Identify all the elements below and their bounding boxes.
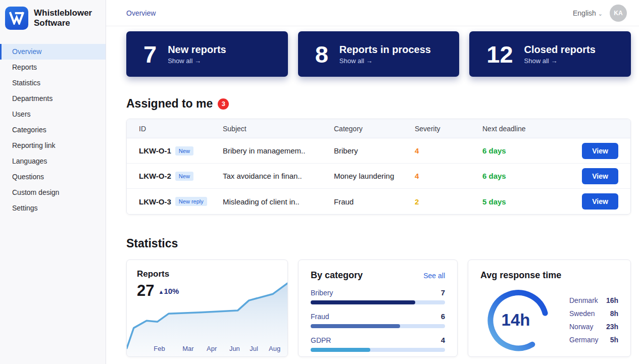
avatar[interactable]: KA	[610, 5, 627, 22]
x-axis-label: Jul	[250, 345, 258, 352]
statistics-cards-row: Reports 27 ▲10%	[126, 259, 631, 357]
legend-row: Norway 23h	[569, 320, 618, 333]
whistleblower-logo-icon	[5, 7, 28, 30]
brand-name: Whistleblower Software	[34, 8, 92, 28]
by-category-card: By category See all Bribery 7 Fraud 6	[298, 259, 458, 357]
severity-cell: 2	[415, 197, 482, 206]
sidebar: Whistleblower Software Overview Reports …	[0, 0, 106, 364]
sidebar-item-reporting-link[interactable]: Reporting link	[0, 138, 106, 153]
table-row: LKW-O-3 New reply Misleading of client i…	[127, 189, 630, 214]
header-severity: Severity	[415, 125, 482, 133]
reports-in-process-count: 8	[315, 42, 328, 66]
bar-fill	[311, 324, 400, 328]
bar-track	[311, 300, 445, 304]
bar-track	[311, 348, 445, 352]
report-id-cell: LKW-O-1 New	[139, 146, 223, 155]
hours-value: 23h	[606, 323, 618, 331]
category-cell: Money laundering	[334, 172, 415, 180]
sidebar-item-categories[interactable]: Categories	[0, 122, 106, 138]
severity-cell: 4	[415, 146, 482, 155]
closed-reports-count: 12	[486, 42, 513, 66]
assigned-count-badge: 3	[218, 98, 229, 110]
view-button[interactable]: View	[582, 193, 618, 210]
show-all-label: Show all	[524, 57, 549, 65]
sidebar-item-settings[interactable]: Settings	[0, 200, 106, 216]
closed-reports-card[interactable]: 12 Closed reports Show all →	[469, 31, 631, 77]
language-label: English	[573, 9, 596, 17]
arrow-right-icon: →	[366, 57, 373, 65]
sidebar-item-departments[interactable]: Departments	[0, 91, 106, 107]
category-value: 4	[441, 336, 445, 344]
assigned-table: ID Subject Category Severity Next deadli…	[126, 119, 631, 215]
closed-reports-show-all-link[interactable]: Show all →	[524, 57, 596, 65]
new-reports-card[interactable]: 7 New reports Show all →	[126, 31, 288, 77]
view-button[interactable]: View	[582, 168, 618, 184]
by-category-title: By category	[311, 270, 363, 281]
reports-in-process-title: Reports in process	[339, 44, 431, 56]
subject-cell: Misleading of client in..	[223, 197, 334, 206]
avg-response-title: Avg response time	[480, 270, 618, 281]
reports-chart-card: Reports 27 ▲10%	[126, 259, 288, 357]
deadline-cell: 5 days	[482, 197, 570, 206]
table-header-row: ID Subject Category Severity Next deadli…	[127, 119, 630, 138]
delta-value: 10%	[164, 287, 179, 295]
bar-fill	[311, 348, 370, 352]
statistics-title: Statistics	[126, 237, 631, 250]
sidebar-item-users[interactable]: Users	[0, 107, 106, 122]
x-axis-labels: FebMarAprJunJulAug	[127, 345, 287, 353]
header-id: ID	[139, 125, 223, 133]
status-badge: New	[175, 172, 193, 181]
summary-cards-row: 7 New reports Show all → 8 Reports in pr…	[126, 31, 631, 77]
sidebar-item-statistics[interactable]: Statistics	[0, 75, 106, 91]
show-all-label: Show all	[168, 57, 192, 65]
report-id-cell: LKW-O-3 New reply	[139, 197, 223, 206]
sidebar-item-custom-design[interactable]: Custom design	[0, 185, 106, 200]
breadcrumb[interactable]: Overview	[126, 9, 156, 17]
sidebar-item-overview[interactable]: Overview	[0, 44, 106, 60]
category-cell: Fraud	[334, 197, 415, 206]
response-time-legend: Denmark 16h Sweden 8h Norway 23h Germa	[569, 294, 618, 346]
x-axis-label: Mar	[182, 345, 193, 352]
country-label: Denmark	[569, 296, 598, 304]
content: 7 New reports Show all → 8 Reports in pr…	[106, 31, 639, 357]
category-value: 6	[441, 312, 445, 321]
severity-cell: 4	[415, 172, 482, 180]
category-bar-row: Fraud 6	[311, 312, 445, 328]
deadline-cell: 6 days	[482, 146, 570, 155]
brand-line2: Software	[34, 18, 92, 28]
see-all-link[interactable]: See all	[423, 272, 445, 280]
x-axis-label: Feb	[154, 345, 165, 352]
subject-cell: Tax avoidance in finan..	[223, 172, 334, 180]
new-reports-show-all-link[interactable]: Show all →	[168, 57, 226, 65]
country-label: Norway	[569, 323, 593, 331]
topbar: Overview English ⌄ KA	[106, 0, 639, 26]
category-label: Bribery	[311, 289, 333, 297]
new-reports-title: New reports	[168, 44, 226, 56]
sidebar-item-languages[interactable]: Languages	[0, 153, 106, 169]
reports-in-process-show-all-link[interactable]: Show all →	[339, 57, 431, 65]
reports-chart-header: Reports 27 ▲10%	[127, 260, 287, 300]
closed-reports-title: Closed reports	[524, 44, 596, 56]
category-cell: Bribery	[334, 146, 415, 155]
gauge-center-value: 14h	[480, 285, 556, 355]
sidebar-nav: Overview Reports Statistics Departments …	[0, 44, 106, 216]
report-id-cell: LKW-O-2 New	[139, 172, 223, 181]
x-axis-label: Aug	[269, 345, 280, 352]
reports-chart-title: Reports	[137, 269, 277, 279]
report-id: LKW-O-1	[139, 146, 171, 155]
triangle-up-icon: ▲	[158, 289, 164, 295]
hours-value: 16h	[606, 296, 618, 304]
bar-track	[311, 324, 445, 328]
sidebar-item-reports[interactable]: Reports	[0, 60, 106, 75]
assigned-section-header: Assigned to me 3	[126, 97, 631, 111]
header-category: Category	[334, 125, 415, 133]
table-row: LKW-O-2 New Tax avoidance in finan.. Mon…	[127, 164, 630, 189]
view-button[interactable]: View	[582, 143, 618, 159]
header-deadline: Next deadline	[482, 125, 570, 133]
sidebar-item-questions[interactable]: Questions	[0, 169, 106, 185]
language-selector[interactable]: English ⌄	[573, 9, 603, 17]
response-time-gauge: 14h	[480, 285, 556, 355]
header-subject: Subject	[223, 125, 334, 133]
reports-in-process-card[interactable]: 8 Reports in process Show all →	[298, 31, 460, 77]
country-label: Germany	[569, 336, 599, 344]
